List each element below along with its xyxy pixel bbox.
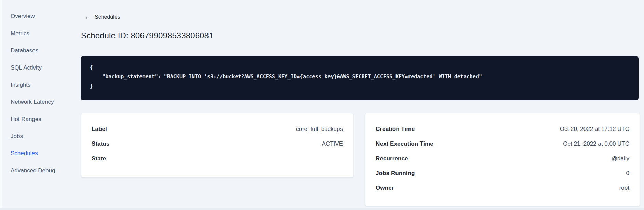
table-row: Label core_full_backups bbox=[92, 122, 343, 136]
table-row: Jobs Running 0 bbox=[376, 166, 629, 181]
sidebar-item-overview[interactable]: Overview bbox=[0, 8, 81, 25]
sidebar-item-sql-activity[interactable]: SQL Activity bbox=[0, 59, 81, 76]
row-label: Owner bbox=[376, 185, 394, 192]
row-value: Oct 21, 2022 at 0:00 UTC bbox=[563, 140, 629, 147]
row-value: root bbox=[619, 185, 629, 192]
row-label: Creation Time bbox=[376, 126, 415, 133]
page-title: Schedule ID: 806799098533806081 bbox=[81, 31, 213, 40]
row-label: Label bbox=[92, 126, 107, 133]
sidebar-nav: Overview Metrics Databases SQL Activity … bbox=[0, 0, 81, 210]
sidebar-item-insights[interactable]: Insights bbox=[0, 76, 81, 94]
table-row: Next Execution Time Oct 21, 2022 at 0:00… bbox=[376, 136, 629, 151]
row-value: @daily bbox=[612, 155, 629, 162]
sidebar-item-advanced-debug[interactable]: Advanced Debug bbox=[0, 162, 81, 179]
code-line: } bbox=[90, 83, 93, 89]
row-value: ACTIVE bbox=[322, 140, 343, 147]
sidebar-item-network-latency[interactable]: Network Latency bbox=[0, 94, 81, 111]
backup-statement-code-block: { "backup_statement": "BACKUP INTO 's3:/… bbox=[81, 56, 639, 100]
back-arrow-icon: ← bbox=[84, 14, 91, 20]
row-label: Recurrence bbox=[376, 155, 408, 162]
main-content: ← Schedules Schedule ID: 806799098533806… bbox=[81, 0, 640, 210]
code-line: { bbox=[90, 64, 93, 71]
table-row: Creation Time Oct 20, 2022 at 17:12 UTC bbox=[376, 122, 629, 136]
sidebar-item-jobs[interactable]: Jobs bbox=[0, 128, 81, 145]
table-row: Owner root bbox=[376, 181, 629, 195]
row-value: 0 bbox=[626, 170, 629, 177]
sidebar-item-metrics[interactable]: Metrics bbox=[0, 25, 81, 42]
row-value: Oct 20, 2022 at 17:12 UTC bbox=[560, 126, 629, 133]
sidebar-item-databases[interactable]: Databases bbox=[0, 42, 81, 59]
row-label: Jobs Running bbox=[376, 170, 415, 177]
schedule-timing-card: Creation Time Oct 20, 2022 at 17:12 UTC … bbox=[365, 113, 640, 206]
row-label: Status bbox=[92, 140, 110, 147]
schedule-details-card: Label core_full_backups Status ACTIVE St… bbox=[81, 113, 353, 177]
sidebar-item-hot-ranges[interactable]: Hot Ranges bbox=[0, 111, 81, 128]
back-to-schedules-link[interactable]: ← Schedules bbox=[84, 14, 120, 20]
row-label: State bbox=[92, 155, 106, 162]
row-value: core_full_backups bbox=[296, 126, 343, 133]
detail-cards-row: Label core_full_backups Status ACTIVE St… bbox=[81, 113, 640, 206]
page-bottom-edge bbox=[0, 208, 644, 210]
row-label: Next Execution Time bbox=[376, 140, 433, 147]
code-line: "backup_statement": "BACKUP INTO 's3://b… bbox=[90, 74, 482, 80]
table-row: Status ACTIVE bbox=[92, 136, 343, 151]
table-row: State bbox=[92, 151, 343, 166]
sidebar-item-schedules[interactable]: Schedules bbox=[0, 145, 81, 162]
table-row: Recurrence @daily bbox=[376, 151, 629, 166]
back-link-label: Schedules bbox=[95, 14, 120, 20]
